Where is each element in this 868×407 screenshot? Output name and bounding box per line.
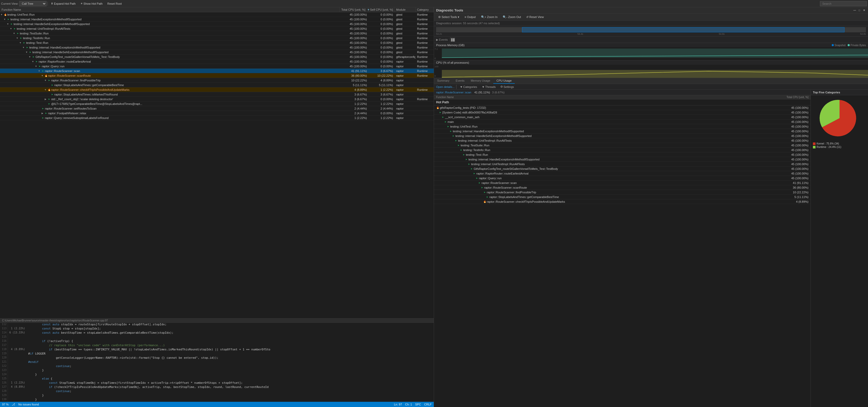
tab-memory-usage[interactable]: Memory Usage [468,78,494,84]
expand-button[interactable]: ▼ [0,13,3,16]
self-cpu-cell: 4 (8.89%) [368,78,395,82]
restore-button[interactable]: □ [858,9,861,12]
tab-events[interactable]: Events [453,78,468,84]
hp-cpu-cell: 45 (100.00%) [777,111,811,114]
list-item[interactable]: ➤ testing::internal::HandleSehExceptions… [434,134,811,138]
table-row[interactable]: ▼ ➤ testing::internal::UnitTestImpl::Run… [0,26,434,31]
table-row[interactable]: ➤ raptor::StopLabelsAndTimes::getCompara… [0,83,434,88]
table-row[interactable]: ▼ ➤ testing::TestSuite::Run 45 (100.00%)… [0,31,434,36]
table-row[interactable]: ▼ ➤ raptor::RouteScanner::scan 41 (91.11… [0,69,434,73]
th-self-cpu[interactable]: Self CPU [unit, %] [368,7,395,12]
list-item[interactable]: ➤ testing::UnitTest::Run 45 (100.00%) [434,124,811,129]
table-row[interactable]: ▼ ➤ raptor::RaptorRouter::routeEarliestA… [0,59,434,64]
settings-button[interactable]: ⚙ Settings [498,84,516,89]
expand-button[interactable]: ▼ [28,55,31,59]
table-row[interactable]: ▼ ➤ GtfsRaptorConfigTest_routeStGallenVo… [0,55,434,59]
table-row[interactable]: ▼ ➤ testing::internal::HandleSehExceptio… [0,22,434,26]
table-row[interactable]: ▼ 🔥 raptor::RouteScanner::scanRoute 36 (… [0,73,434,78]
th-total-cpu[interactable]: Total CPU [unit, %] ▼ [340,7,368,12]
expand-button[interactable]: ▼ [9,27,12,30]
expand-button[interactable]: ▼ [44,88,47,91]
close-button[interactable]: ✕ [862,9,866,12]
zoom-out-button[interactable]: 🔍- Zoom Out [501,14,523,20]
show-hot-path-button[interactable]: ☀ Show Hot Path [78,1,105,6]
reset-view-button[interactable]: ↺ Reset View [524,14,546,20]
categories-button[interactable]: ▼ Categories [458,85,479,89]
view-select[interactable]: Call Tree Callers/Callees Modules [19,1,46,6]
list-item[interactable]: ➤ raptor::RouteScanner::findPossibleTrip… [434,190,811,195]
expand-button[interactable]: ▼ [25,50,28,54]
table-row[interactable]: ➤ raptor::RouteScanner::setRoutesToScan … [0,106,434,111]
list-item[interactable]: ➤ [System Code] ntdll.dll0x00007ffa1408a… [434,110,811,115]
list-item[interactable]: ➤ testing::Test::Run 45 (100.00%) [434,152,811,157]
table-row[interactable]: ▼ ➤ testing::Test::Run 45 (100.00%) 0 (0… [0,40,434,45]
tree-body[interactable]: ▼ 🔥 testing::UnitTest::Run 45 (100.00%) … [0,12,434,318]
table-row[interactable]: ▼ ➤ testing::internal::HandleExceptionsI… [0,45,434,50]
expand-button[interactable]: ▼ [19,41,22,44]
output-button[interactable]: ≡ Output [462,14,477,20]
zoom-in-button[interactable]: 🔍+ Zoom In [479,14,500,20]
timeline-selection[interactable] [522,27,844,32]
expand-button[interactable]: ▶ [44,98,47,101]
table-row[interactable]: ➤ @ILT+17685(?getComparableBestTime@Stop… [0,101,434,106]
list-item[interactable]: ➤ testing::internal::UnitTestImpl::RunAl… [434,162,811,166]
expand-hot-path-button[interactable]: ⬇ Expand Hot Path [49,1,78,6]
code-body[interactable]: 112 const auto stopIdx = routeStops[firs… [0,323,434,402]
list-item[interactable]: ➤ testing::internal::UnitTestImpl::RunAl… [434,138,811,143]
list-item[interactable]: 🔥 raptor::RouteScanner::checkIfTripIsPos… [434,199,811,204]
list-item[interactable]: ➤ testing::internal::HandleExceptionsInM… [434,157,811,162]
table-row[interactable]: ➤ raptor::Query::removeSuboptimalLabelsF… [0,115,434,120]
th-function-name[interactable]: Function Name [0,7,340,12]
search-input[interactable] [820,1,867,6]
th-category[interactable]: Category [415,7,434,12]
table-row[interactable]: ▼ 🔥 raptor::RouteScanner::checkIfTripIsP… [0,88,434,92]
threads-button[interactable]: ▼ Threads [480,85,497,89]
table-row[interactable]: ▼ ➤ raptor::Query::run 45 (100.00%) 0 (0… [0,64,434,69]
line-percent [8,365,26,369]
expand-button[interactable]: ▼ [16,36,19,40]
expand-button[interactable]: ▼ [3,18,6,21]
expand-button[interactable]: ▼ [12,32,16,35]
list-item[interactable]: ➤ __scrt_common_main_seh 45 (100.00%) [434,115,811,120]
minimize-button[interactable]: — [853,9,857,12]
threads-icon: ▼ [482,85,485,89]
list-item[interactable]: ➤ raptor::RaptorRouter::routeEarliestArr… [434,171,811,176]
list-item[interactable]: ➤ raptor::RouteScanner::scan 41 (91.11%) [434,180,811,185]
open-details-button[interactable]: Open details... [436,85,455,89]
timeline-bar[interactable] [436,27,866,32]
table-row[interactable]: ▼ ➤ testing::internal::HandleExceptionsI… [0,17,434,22]
table-row[interactable]: ▼ ➤ testing::internal::HandleSehExceptio… [0,50,434,55]
table-row[interactable]: ▶ ➤ raptor::FootpathRelaxer::relax 2 (4.… [0,111,434,115]
list-item[interactable]: ➤ main 45 (100.00%) [434,120,811,124]
select-tools-button[interactable]: ⚙ Select Tools ▾ [436,14,461,20]
table-row[interactable]: ▼ ➤ raptor::RouteScanner::findPossibleTr… [0,78,434,83]
tab-cpu-usage[interactable]: CPU Usage [493,78,515,84]
list-item[interactable]: ➤ raptor::Query::run 45 (100.00%) [434,176,811,180]
list-item[interactable]: ➤ testing::TestInfo::Run 45 (100.00%) [434,148,811,152]
module-cell: gtest [395,36,415,40]
table-row[interactable]: ▶ ➤ std::_Ref_count_obj2::'scalar deleti… [0,97,434,101]
list-item[interactable]: ➤ raptor::StopLabelsAndTimes::getCompara… [434,195,811,199]
expand-button[interactable]: ▼ [6,23,9,26]
expand-button[interactable]: ▼ [22,46,25,49]
list-item[interactable]: ➤ testing::internal::HandleExceptionsInM… [434,129,811,134]
table-row[interactable]: ➤ raptor::StopLabelsAndTimes::isMarkedTh… [0,92,434,97]
hot-path-rows[interactable]: 🔥 gtfsRaptorConfig_tests (PID: 17232) 45… [434,105,811,204]
list-item[interactable]: ➤ raptor::RouteScanner::scanRoute 36 (80… [434,185,811,190]
expand-button[interactable]: ▼ [34,65,38,68]
play-button[interactable]: ▐▐ [450,38,455,42]
reset-root-button[interactable]: Reset Root [105,1,124,6]
list-item[interactable]: ➤ GtfsRaptorConfigTest_routeStGallenVonw… [434,166,811,171]
list-item[interactable]: ➤ testing::TestSuite::Run 45 (100.00%) [434,143,811,148]
table-row[interactable]: ▼ ➤ testing::TestInfo::Run 45 (100.00%) … [0,36,434,40]
th-module[interactable]: Module [395,7,415,12]
list-item[interactable]: 🔥 gtfsRaptorConfig_tests (PID: 17232) 45… [434,105,811,110]
expand-button[interactable]: ▼ [38,69,41,72]
expand-button[interactable]: ▶ [41,112,44,115]
expand-button[interactable]: ▼ [31,60,34,63]
tab-summary[interactable]: Summary [434,78,453,84]
table-row[interactable]: ▼ 🔥 testing::UnitTest::Run 45 (100.00%) … [0,12,434,17]
expand-button[interactable]: ▼ [41,74,44,77]
expand-button[interactable]: ▼ [44,79,47,82]
module-cell: gtest [395,41,415,45]
